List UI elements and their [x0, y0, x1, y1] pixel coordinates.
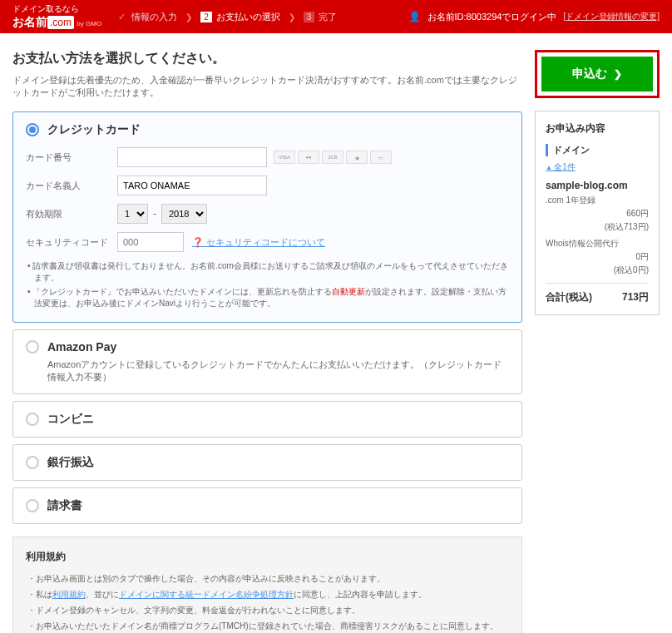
- user-info: 👤 お名前ID:8003294でログイン中 [ドメイン登録情報の変更]: [408, 11, 660, 23]
- terms-item: ドメイン登録のキャンセル、文字列の変更、料金返金が行われないことに同意します。: [26, 604, 509, 616]
- domain-section-label: ドメイン: [546, 144, 649, 156]
- visa-icon: VISA: [274, 151, 295, 164]
- step-3: 3 完了: [304, 11, 338, 23]
- total-price: 713円: [622, 290, 649, 304]
- whois-label: Whois情報公開代行: [546, 238, 619, 250]
- domain-name: sample-blog.com: [546, 180, 649, 191]
- logo-name: お名前: [12, 15, 47, 28]
- radio-bank[interactable]: [26, 456, 39, 469]
- mastercard-icon: ●●: [298, 151, 319, 164]
- terms-link[interactable]: 利用規約: [52, 590, 86, 599]
- expiry-year-select[interactable]: 2018: [161, 204, 207, 224]
- apply-button[interactable]: 申込む ❯: [541, 57, 653, 91]
- step-label: お支払いの選択: [216, 11, 280, 23]
- card-number-label: カード番号: [26, 151, 117, 164]
- step-1: ✓ 情報の入力: [118, 11, 177, 23]
- total-label: 合計(税込): [546, 290, 592, 304]
- step-num: 2: [200, 12, 212, 22]
- user-icon: 👤: [408, 11, 421, 22]
- payment-option-amazon[interactable]: Amazon Pay Amazonアカウントに登録しているクレジットカードでかん…: [12, 329, 522, 394]
- card-number-input[interactable]: [117, 147, 267, 167]
- option-title: Amazon Pay: [47, 340, 116, 354]
- credit-note-2: 「クレジットカード」でお申込みいただいたドメインには、更新忘れを防止する自動更新…: [26, 286, 509, 309]
- step-label: 情報の入力: [131, 11, 177, 23]
- payment-option-convenience[interactable]: コンビニ: [12, 401, 522, 438]
- diners-icon: ◉: [346, 151, 368, 164]
- reg-tax: (税込713円): [605, 221, 649, 233]
- check-icon: ✓: [118, 12, 126, 22]
- user-id: お名前ID:8003294でログイン中: [427, 11, 557, 23]
- page-title: お支払い方法を選択してください。: [12, 50, 522, 67]
- logo-sub: by GMO: [77, 20, 101, 27]
- order-count-toggle[interactable]: 全1件: [546, 161, 649, 173]
- credit-note-1: 請求書及び領収書は発行しておりません。お名前.com会員様にお送りするご請求及び…: [26, 260, 509, 284]
- step-label: 完了: [319, 11, 337, 23]
- step-num: 3: [304, 12, 315, 22]
- amazon-desc: Amazonアカウントに登録しているクレジットカードでかんたんにお支払いいただけ…: [26, 359, 509, 383]
- header: ドメイン取るなら お名前.com by GMO ✓ 情報の入力 ❯ 2 お支払い…: [0, 0, 672, 33]
- radio-amazon[interactable]: [26, 340, 39, 354]
- payment-option-credit[interactable]: クレジットカード カード番号 VISA ●● JCB ◉ ▭ カード名義人: [12, 111, 522, 323]
- chevron-right-icon: ❯: [614, 68, 622, 80]
- security-help-link[interactable]: ❓ セキュリティコードについて: [192, 236, 325, 249]
- chevron-right-icon: ❯: [289, 12, 295, 22]
- order-summary: お申込み内容 ドメイン 全1件 sample-blog.com .com 1年登…: [535, 111, 660, 315]
- order-title: お申込み内容: [546, 121, 649, 136]
- apply-button-highlight: 申込む ❯: [535, 50, 660, 98]
- expiry-month-select[interactable]: 1: [117, 204, 148, 224]
- step-2: 2 お支払いの選択: [200, 11, 280, 23]
- option-title: 銀行振込: [47, 455, 94, 470]
- card-name-input[interactable]: [117, 176, 267, 195]
- radio-convenience[interactable]: [26, 413, 39, 426]
- whois-price: 0円: [635, 251, 649, 263]
- card-name-label: カード名義人: [26, 180, 117, 192]
- terms-section: 利用規約 お申込み画面とは別のタブで操作した場合、その内容が申込みに反映されるこ…: [12, 537, 522, 633]
- security-code-label: セキュリティコード: [26, 236, 117, 249]
- payment-option-invoice[interactable]: 請求書: [12, 487, 522, 524]
- logo-suffix: .com: [47, 16, 74, 29]
- terms-item: お申込み画面とは別のタブで操作した場合、その内容が申込みに反映されることがありま…: [26, 572, 509, 585]
- amex-icon: ▭: [370, 151, 392, 164]
- jcb-icon: JCB: [322, 151, 343, 164]
- option-title: クレジットカード: [47, 122, 141, 137]
- terms-title: 利用規約: [26, 550, 509, 564]
- chevron-right-icon: ❯: [185, 12, 192, 22]
- question-icon: ❓: [192, 237, 204, 247]
- radio-credit[interactable]: [26, 123, 39, 136]
- progress-steps: ✓ 情報の入力 ❯ 2 お支払いの選択 ❯ 3 完了: [118, 11, 408, 23]
- payment-option-bank[interactable]: 銀行振込: [12, 444, 522, 481]
- reg-price: 660円: [626, 208, 649, 220]
- expiry-separator: -: [153, 208, 156, 220]
- terms-item: 私は利用規約、並びにドメインに関する統一ドメイン名紛争処理方針に同意し、上記内容…: [26, 588, 509, 601]
- expiry-label: 有効期限: [26, 208, 117, 220]
- page-description: ドメイン登録は先着優先のため、入金確認が一番早いクレジットカード決済がおすすめで…: [12, 74, 522, 99]
- card-brand-icons: VISA ●● JCB ◉ ▭: [274, 151, 392, 164]
- radio-invoice[interactable]: [26, 499, 39, 512]
- whois-tax: (税込0円): [614, 265, 649, 276]
- option-title: 請求書: [47, 498, 82, 513]
- terms-item: お申込みいただいたドメイン名が商標プログラム(TMCH)に登録されていた場合、商…: [26, 620, 509, 632]
- security-code-input[interactable]: [117, 232, 184, 252]
- reg-label: .com 1年登録: [546, 195, 595, 206]
- logo[interactable]: ドメイン取るなら お名前.com by GMO: [12, 3, 101, 30]
- domain-settings-link[interactable]: [ドメイン登録情報の変更]: [563, 11, 660, 22]
- option-title: コンビニ: [47, 412, 94, 427]
- terms-link[interactable]: ドメインに関する統一ドメイン名紛争処理方針: [119, 590, 294, 599]
- logo-tagline: ドメイン取るなら: [12, 3, 101, 15]
